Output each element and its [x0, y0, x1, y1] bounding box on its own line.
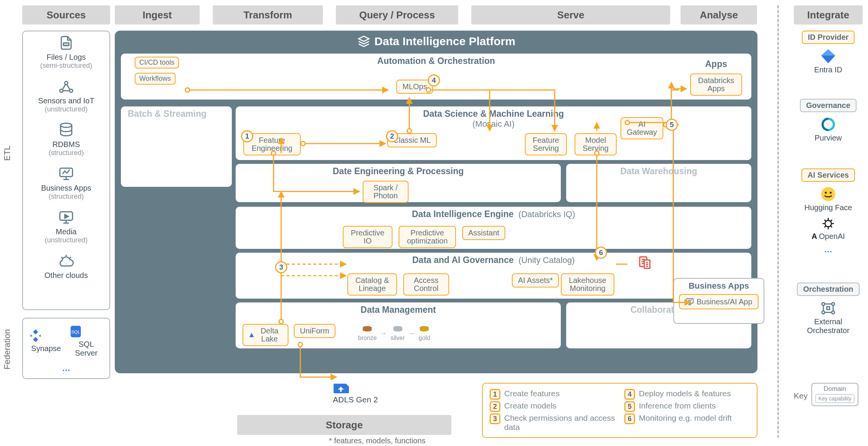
flow-legend: 1Create features 4Deploy models & featur… [482, 383, 757, 438]
chip-biz-ai-app: Business/AI App [679, 294, 758, 309]
chip-workflows: Workflows [135, 73, 176, 85]
media-icon [58, 209, 75, 226]
layers-icon [357, 34, 371, 48]
badge-5: 5 [666, 119, 678, 131]
col-analyse: Analyse [681, 5, 757, 25]
svg-point-25 [832, 311, 834, 314]
app-monitor-icon [685, 297, 694, 306]
chip-lakehouse-monitoring: Lakehouse Monitoring [561, 273, 614, 296]
silver-icon [392, 325, 403, 333]
medallion-layers: bronze → silver → gold [358, 325, 430, 341]
svg-point-18 [821, 187, 835, 201]
svg-point-5 [60, 123, 72, 127]
svg-point-22 [822, 302, 825, 305]
svg-point-20 [830, 192, 832, 194]
svg-text:SQL: SQL [72, 329, 81, 334]
chip-delta-lake: Delta Lake [243, 324, 288, 346]
automation-title: Automation & Orchestration [121, 56, 751, 66]
panel-data-warehousing: Data Warehousing [566, 164, 751, 202]
delta-icon [249, 331, 254, 339]
int-hugging-face: Hugging Face [794, 186, 863, 212]
integrate-governance: Governance Purview [794, 99, 863, 142]
sql-server-icon: SQL [68, 324, 83, 339]
chip-uniform: UniForm [294, 324, 335, 338]
badge-2: 2 [386, 130, 398, 142]
bronze-icon [362, 325, 373, 333]
col-serve: Serve [471, 5, 670, 25]
dep-title: Date Engineering & Processing [236, 166, 561, 176]
chip-cicd: CI/CD tools [135, 57, 179, 69]
chip-spark-photon: Spark / Photon [363, 181, 409, 203]
col-sources: Sources [22, 5, 110, 25]
panel-data-engineering: Date Engineering & Processing Spark / Ph… [236, 164, 561, 202]
col-storage: Storage [237, 415, 451, 435]
key-label: Key [794, 391, 808, 400]
source-iot: Sensors and IoT(unstructured) [23, 75, 109, 119]
fed-synapse: Synapse [28, 328, 64, 353]
fed-more: … [26, 363, 106, 373]
chip-dbx-apps: Databricks Apps [690, 74, 742, 96]
legend-4: 4Deploy models & features [624, 389, 750, 400]
legend-2: 2Create models [490, 401, 615, 412]
monitor-icon [58, 165, 75, 182]
batch-title: Batch & Streaming [121, 109, 232, 119]
int-external-orchestrator: External Orchestrator [794, 300, 863, 335]
legend-3: 3Check permissions and access data [490, 413, 615, 432]
purview-icon [820, 116, 837, 133]
chip-feat-serving: Feature Serving [525, 133, 567, 155]
int-head-gov: Governance [800, 99, 857, 112]
int-head-idp: ID Provider [802, 31, 855, 44]
badge-4: 4 [428, 74, 440, 87]
legend-6: 6Monitoring e.g. model drift [624, 413, 750, 432]
svg-point-24 [822, 311, 825, 314]
footnote: * features, models, functions [329, 436, 425, 445]
adls-icon [333, 379, 350, 394]
key-domain: Domain Key capability [811, 383, 858, 406]
svg-point-23 [832, 302, 834, 305]
orchestrator-icon [820, 300, 837, 317]
label-federation: Federation [2, 329, 12, 369]
int-head-ai: AI Services [801, 168, 855, 182]
int-ai-more: … [794, 245, 863, 255]
badge-1: 1 [241, 130, 253, 142]
chip-predictive-opt: Predictive optimization [399, 226, 456, 248]
apps-title: Apps [681, 59, 751, 69]
panel-die: Data Intelligence Engine (Databricks IQ)… [236, 207, 751, 249]
badge-3: 3 [275, 261, 287, 273]
panel-apps: Apps Databricks Apps [681, 57, 751, 100]
integrate-id-provider: ID Provider Entra ID [794, 31, 863, 74]
gov-title: Data and AI Governance (Unity Catalog) [236, 255, 751, 265]
entra-icon [820, 48, 837, 65]
business-apps-box: Business Apps Business/AI App [673, 278, 764, 324]
chip-access-control: Access Control [403, 273, 449, 296]
panel-dsml: Data Science & Machine Learning (Mosaic … [236, 106, 751, 160]
int-openai: A OpenAI [794, 216, 863, 241]
source-biz-apps: Business Apps(structured) [23, 162, 109, 206]
chip-predictive-io: Predictive IO [343, 226, 392, 248]
legend-5: 5Inference from clients [624, 401, 750, 412]
source-other-clouds: Other clouds [23, 250, 109, 285]
chip-ai-gateway: AI Gateway [620, 117, 663, 139]
svg-point-2 [65, 82, 68, 85]
key-capability: Key capability [815, 394, 854, 403]
chip-model-serving: Model Serving [575, 133, 617, 155]
panel-batch-streaming: Batch & Streaming [121, 106, 232, 187]
int-entra-id: Entra ID [794, 48, 863, 74]
col-ingest: Ingest [115, 5, 200, 25]
int-head-orch: Orchestration [797, 283, 859, 296]
integrate-ai-services: AI Services Hugging Face A OpenAI … [794, 168, 863, 255]
hugging-face-icon [820, 186, 837, 203]
dm-title: Data Management [236, 305, 561, 315]
synapse-icon [28, 328, 43, 343]
openai-icon [821, 216, 836, 231]
source-files: 0101 Files / Logs(semi-structured) [23, 31, 109, 75]
col-transform: Transform [213, 5, 323, 25]
int-purview: Purview [794, 116, 863, 142]
label-etl: ETL [2, 145, 12, 161]
chip-ai-assets: AI Assets* [512, 273, 559, 288]
fed-sql-server: SQL SQL Server [68, 324, 104, 358]
svg-rect-26 [827, 307, 829, 309]
governance-doc-icon [637, 255, 652, 270]
database-icon [58, 122, 75, 139]
badge-6: 6 [595, 247, 607, 259]
